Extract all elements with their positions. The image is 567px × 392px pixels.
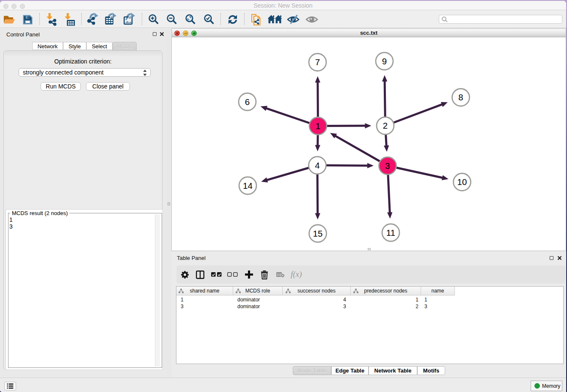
svg-text:14: 14 [243, 181, 253, 190]
svg-text:9: 9 [382, 56, 387, 66]
svg-text:4: 4 [315, 160, 319, 170]
svg-text:3: 3 [385, 161, 390, 171]
svg-text:7: 7 [315, 57, 320, 67]
svg-text:1: 1 [316, 121, 320, 131]
svg-text:10: 10 [457, 177, 467, 187]
svg-text:2: 2 [383, 121, 388, 130]
svg-text:15: 15 [313, 229, 323, 238]
svg-text:8: 8 [458, 92, 463, 102]
svg-text:6: 6 [245, 97, 250, 107]
svg-text:11: 11 [386, 228, 395, 237]
